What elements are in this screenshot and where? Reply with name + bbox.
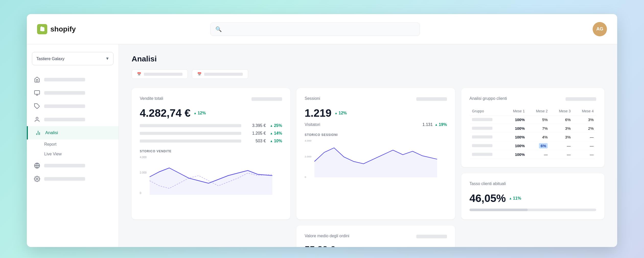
group-cell-4 [469, 142, 504, 150]
store-select[interactable]: Tastiere Galaxy [32, 52, 113, 65]
home-icon [34, 77, 40, 83]
metric-badge-1: 25% [270, 123, 282, 128]
vendite-card: Vendite totali 4.282,74 € 12% 3.395 € 25… [132, 88, 290, 219]
nav-label-home [44, 78, 85, 81]
search-input[interactable] [210, 23, 420, 36]
m1-cell-1: 100% [504, 115, 527, 124]
valore-medio-amount: 55,83 € [305, 244, 335, 247]
metric-bar-2 [140, 132, 241, 135]
group-cell-3 [469, 133, 504, 142]
date-filter-bar-end [204, 73, 243, 76]
col-mese4: Mese 4 [573, 107, 596, 115]
nav-label-marketing [44, 164, 85, 167]
table-row: 100% 7% 3% 2% [469, 124, 596, 133]
nav-label-customers [44, 118, 85, 121]
valore-medio-header-bar [416, 235, 447, 238]
content-area: Analisi 📅 📅 Vendite totali [119, 44, 617, 247]
vendite-metrics: 3.395 € 25% 1.205 € 14% 503 € 10% [140, 123, 282, 143]
sidebar-item-analytics[interactable]: Analisi [27, 126, 119, 139]
svg-text:4.000: 4.000 [140, 156, 146, 159]
tasso-header: Tasso clienti abituali [469, 181, 596, 188]
svg-rect-1 [34, 91, 40, 94]
col-mese2: Mese 2 [527, 107, 550, 115]
vendite-chart: 4.000 2.000 0 [140, 155, 282, 196]
metric-bar-3 [140, 139, 241, 143]
right-column: Analisi gruppo clienti Gruppo Mese 1 Mes… [461, 88, 604, 219]
search-bar: 🔍 [210, 23, 420, 36]
calendar-icon-end: 📅 [197, 72, 202, 76]
customer-table: Gruppo Mese 1 Mese 2 Mese 3 Mese 4 [469, 107, 596, 159]
table-row: 100% 4% 3% — [469, 133, 596, 142]
visitatori-amount: 1.131 [422, 122, 433, 127]
nav-list: Analisi Report Live View [27, 73, 119, 186]
sidebar-item-customers[interactable] [27, 113, 119, 126]
date-filter-bar-start [144, 73, 182, 76]
vendite-header: Vendite totali [140, 96, 282, 103]
analytics-label: Analisi [45, 130, 58, 135]
date-filter-end[interactable]: 📅 [192, 69, 248, 79]
col-group: Gruppo [469, 107, 504, 115]
table-header-row: Gruppo Mese 1 Mese 2 Mese 3 Mese 4 [469, 107, 596, 115]
valore-medio-title: Valore medio degli ordini [305, 234, 349, 238]
sub-nav: Report Live View [27, 139, 119, 159]
tags-icon [34, 103, 40, 109]
m3-cell-3: 3% [550, 133, 573, 142]
metric-row-1: 3.395 € 25% [140, 123, 282, 128]
marketing-icon [34, 163, 40, 169]
svg-marker-15 [150, 168, 272, 195]
sidebar-item-orders[interactable] [27, 86, 119, 100]
page-title: Analisi [132, 55, 604, 63]
valore-medio-value: 55,83 € 12% [305, 244, 447, 247]
vendite-value: 4.282,74 € 12% [140, 107, 282, 119]
top-bar: shopify 🔍 AG [27, 14, 617, 44]
m1-cell-3: 100% [504, 133, 527, 142]
nav-label-orders [44, 91, 85, 95]
table-row: 100% 5% 6% 3% [469, 115, 596, 124]
sidebar-item-marketing[interactable] [27, 159, 119, 172]
avatar[interactable]: AG [593, 22, 607, 36]
vendite-badge: 12% [194, 111, 206, 115]
tasso-clienti-card: Tasso clienti abituali 46,05% 11% [461, 173, 604, 219]
sidebar-item-settings[interactable] [27, 172, 119, 186]
main-layout: Tastiere Galaxy ▼ [27, 44, 617, 247]
m2-cell-4: 6% [527, 142, 550, 150]
group-cell-5 [469, 150, 504, 159]
browser-window: shopify 🔍 AG Tastiere Galaxy ▼ [27, 14, 617, 247]
sub-nav-live-view[interactable]: Live View [44, 149, 119, 159]
sidebar-item-home[interactable] [27, 73, 119, 86]
date-filter-start[interactable]: 📅 [132, 69, 188, 79]
cards-grid: Vendite totali 4.282,74 € 12% 3.395 € 25… [132, 88, 604, 247]
group-cell-2 [469, 124, 504, 133]
metric-value-3: 503 € [245, 139, 266, 143]
m3-cell-2: 3% [550, 124, 573, 133]
svg-text:2.000: 2.000 [305, 155, 312, 158]
store-selector[interactable]: Tastiere Galaxy ▼ [32, 52, 113, 65]
visitatori-value: 1.131 19% [422, 122, 447, 127]
tasso-value: 46,05% 11% [469, 192, 596, 205]
logo-area: shopify [37, 24, 124, 34]
m3-cell-1: 6% [550, 115, 573, 124]
tasso-badge: 11% [509, 196, 521, 201]
sidebar-item-products[interactable] [27, 100, 119, 113]
visitatori-label: Visitatori [305, 122, 320, 127]
sessioni-value: 1.219 12% [305, 107, 447, 119]
m3-cell-5: — [550, 150, 573, 159]
analytics-icon [35, 130, 41, 136]
highlighted-cell: 6% [539, 143, 548, 148]
sub-nav-report[interactable]: Report [44, 139, 119, 149]
m2-cell-2: 7% [527, 124, 550, 133]
metric-value-1: 3.395 € [245, 123, 266, 128]
shopify-bag-icon [37, 24, 47, 34]
analisi-clienti-title: Analisi gruppo clienti [469, 96, 507, 101]
metric-value-2: 1.205 € [245, 131, 266, 136]
vendite-title: Vendite totali [140, 96, 163, 101]
sessioni-chart: 4.000 2.000 0 [305, 139, 447, 180]
col-mese1: Mese 1 [504, 107, 527, 115]
sessioni-header: Sessioni [305, 96, 447, 103]
m1-cell-2: 100% [504, 124, 527, 133]
metric-row-2: 1.205 € 14% [140, 131, 282, 136]
settings-icon [34, 176, 40, 182]
svg-marker-19 [314, 148, 437, 178]
m4-cell-3: — [573, 133, 596, 142]
orders-icon [34, 90, 40, 96]
